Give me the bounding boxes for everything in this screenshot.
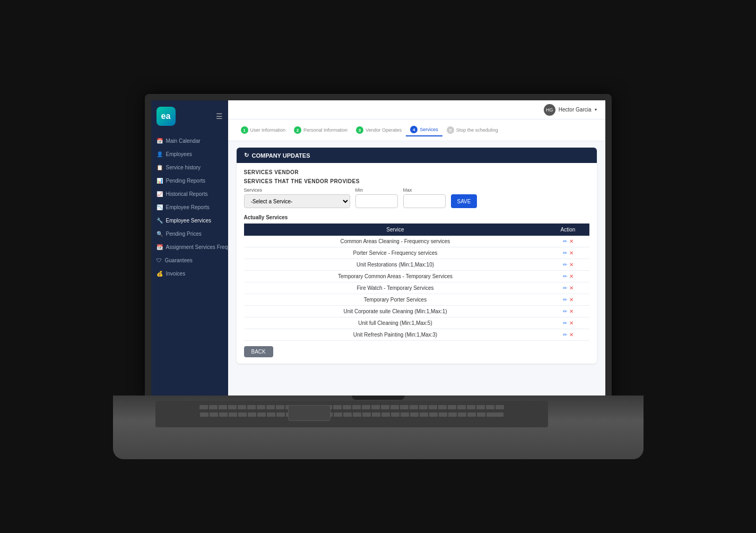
table-row: Unit Refresh Painting (Min:1,Max:3) ✏ ✕ bbox=[244, 329, 589, 341]
action-cell-6: ✏ ✕ bbox=[547, 306, 589, 317]
action-cell-2: ✏ ✕ bbox=[547, 259, 589, 271]
services-table: Service Action Common Areas Cleaning - F… bbox=[244, 223, 589, 341]
edit-icon-1[interactable]: ✏ bbox=[563, 250, 567, 256]
step-num-4: 4 bbox=[410, 126, 418, 133]
card-header: ↻ COMPANY UPDATES bbox=[237, 148, 597, 163]
user-menu[interactable]: HG Hector Garcia ▾ bbox=[544, 104, 597, 116]
nav-label-main-calendar: Main Calendar bbox=[166, 138, 201, 144]
sidebar-item-pending-reports[interactable]: 📊 Pending Reports bbox=[151, 174, 228, 187]
sidebar-item-historical-reports[interactable]: 📈 Historical Reports bbox=[151, 187, 228, 201]
action-cell-0: ✏ ✕ bbox=[547, 236, 589, 247]
action-cell-1: ✏ ✕ bbox=[547, 247, 589, 259]
delete-icon-6[interactable]: ✕ bbox=[569, 308, 573, 314]
sidebar: ea ☰ 📅 Main Calendar 👤 Employees 📋 Servi… bbox=[151, 100, 228, 396]
nav-icon-employee-reports: 📉 bbox=[157, 204, 163, 210]
nav-icon-pending-reports: 📊 bbox=[157, 178, 163, 184]
sidebar-item-pending-prices[interactable]: 🔍 Pending Prices bbox=[151, 227, 228, 240]
nav-label-employee-reports: Employee Reports bbox=[166, 204, 210, 210]
card-title: COMPANY UPDATES bbox=[252, 152, 310, 159]
delete-icon-7[interactable]: ✕ bbox=[569, 320, 573, 326]
edit-icon-2[interactable]: ✏ bbox=[563, 262, 567, 268]
edit-icon-0[interactable]: ✏ bbox=[563, 238, 567, 244]
edit-icon-7[interactable]: ✏ bbox=[563, 320, 567, 326]
min-input[interactable] bbox=[355, 194, 398, 208]
col-action: Action bbox=[547, 223, 589, 236]
wizard-step-1[interactable]: 1 User Information bbox=[237, 124, 290, 136]
company-updates-card: ↻ COMPANY UPDATES SERVICES VENDOR SERVIC… bbox=[237, 148, 597, 364]
avatar: HG bbox=[544, 104, 555, 116]
services-group: Services -Select a Service- bbox=[244, 187, 350, 208]
step-num-5: 5 bbox=[447, 126, 454, 134]
nav-label-service-history: Service history bbox=[166, 165, 201, 170]
table-row: Unit Corporate suite Cleaning (Min:1,Max… bbox=[244, 306, 589, 317]
sidebar-item-service-history[interactable]: 📋 Service history bbox=[151, 161, 228, 174]
actually-title: Actually Services bbox=[244, 214, 589, 220]
nav-label-invoices: Invoices bbox=[166, 271, 186, 277]
nav-icon-guarantees: 🛡 bbox=[157, 257, 162, 263]
nav-label-employees: Employees bbox=[166, 151, 192, 157]
services-select[interactable]: -Select a Service- bbox=[244, 194, 350, 208]
wizard-step-4[interactable]: 4 Services bbox=[406, 124, 442, 136]
action-cell-4: ✏ ✕ bbox=[547, 282, 589, 294]
step-num-2: 2 bbox=[294, 126, 301, 134]
sidebar-item-employee-reports[interactable]: 📉 Employee Reports bbox=[151, 201, 228, 214]
nav-label-pending-prices: Pending Prices bbox=[166, 231, 202, 237]
sidebar-item-guarantees[interactable]: 🛡 Guarantees bbox=[151, 254, 228, 267]
action-cell-5: ✏ ✕ bbox=[547, 294, 589, 306]
table-row: Porter Service - Frequency services ✏ ✕ bbox=[244, 247, 589, 259]
max-label: Max bbox=[403, 187, 446, 193]
wizard-steps: 1 User Information 2 Personal Informatio… bbox=[228, 119, 605, 141]
delete-icon-5[interactable]: ✕ bbox=[569, 297, 573, 303]
services-form-row: Services -Select a Service- Min bbox=[244, 187, 589, 208]
edit-icon-6[interactable]: ✏ bbox=[563, 308, 567, 314]
save-button[interactable]: SAVE bbox=[451, 194, 477, 208]
service-name-4: Fire Watch - Temporary Services bbox=[244, 282, 547, 294]
app-logo: ea bbox=[157, 107, 176, 126]
nav-label-employee-services: Employee Services bbox=[166, 218, 212, 223]
min-group: Min bbox=[355, 187, 398, 208]
nav-label-pending-reports: Pending Reports bbox=[166, 178, 206, 184]
step-label-1: User Information bbox=[250, 127, 286, 133]
edit-icon-4[interactable]: ✏ bbox=[563, 285, 567, 291]
max-group: Max bbox=[403, 187, 446, 208]
menu-icon[interactable]: ☰ bbox=[216, 112, 223, 121]
edit-icon-3[interactable]: ✏ bbox=[563, 273, 567, 279]
table-row: Common Areas Cleaning - Frequency servic… bbox=[244, 236, 589, 247]
edit-icon-8[interactable]: ✏ bbox=[563, 332, 567, 338]
service-name-6: Unit Corporate suite Cleaning (Min:1,Max… bbox=[244, 306, 547, 317]
delete-icon-0[interactable]: ✕ bbox=[569, 238, 573, 244]
table-row: Temporary Porter Services ✏ ✕ bbox=[244, 294, 589, 306]
service-name-2: Unit Restorations (Min:1,Max:10) bbox=[244, 259, 547, 271]
service-name-8: Unit Refresh Painting (Min:1,Max:3) bbox=[244, 329, 547, 341]
sidebar-header: ea ☰ bbox=[151, 100, 228, 132]
service-name-0: Common Areas Cleaning - Frequency servic… bbox=[244, 236, 547, 247]
edit-icon-5[interactable]: ✏ bbox=[563, 297, 567, 303]
service-name-5: Temporary Porter Services bbox=[244, 294, 547, 306]
wizard-step-2[interactable]: 2 Personal Information bbox=[290, 124, 352, 136]
card-body: SERVICES VENDOR SERVICES THAT THE VENDOR… bbox=[237, 163, 597, 364]
sidebar-item-main-calendar[interactable]: 📅 Main Calendar bbox=[151, 134, 228, 148]
max-input[interactable] bbox=[403, 194, 446, 208]
step-num-3: 3 bbox=[356, 126, 363, 134]
table-row: Fire Watch - Temporary Services ✏ ✕ bbox=[244, 282, 589, 294]
delete-icon-3[interactable]: ✕ bbox=[569, 273, 573, 279]
section2-title: SERVICES THAT THE VENDOR PROVIDES bbox=[244, 178, 589, 184]
delete-icon-1[interactable]: ✕ bbox=[569, 250, 573, 256]
user-name: Hector Garcia bbox=[559, 107, 592, 113]
wizard-step-5[interactable]: 5 Stop the scheduling bbox=[442, 124, 502, 136]
nav-label-historical-reports: Historical Reports bbox=[166, 191, 208, 197]
sidebar-item-assignment-services[interactable]: 📆 Assignment Services Frequency bbox=[151, 240, 228, 254]
delete-icon-4[interactable]: ✕ bbox=[569, 285, 573, 291]
nav-icon-employee-services: 🔧 bbox=[157, 218, 163, 223]
delete-icon-2[interactable]: ✕ bbox=[569, 262, 573, 268]
topbar: HG Hector Garcia ▾ bbox=[228, 100, 605, 119]
refresh-icon: ↻ bbox=[244, 152, 249, 159]
back-button[interactable]: BACK bbox=[244, 346, 273, 357]
wizard-step-3[interactable]: 3 Vendor Operates bbox=[352, 124, 406, 136]
sidebar-item-invoices[interactable]: 💰 Invoices bbox=[151, 267, 228, 280]
delete-icon-8[interactable]: ✕ bbox=[569, 332, 573, 338]
nav-icon-employees: 👤 bbox=[157, 151, 163, 157]
nav-label-guarantees: Guarantees bbox=[165, 257, 193, 263]
sidebar-item-employee-services[interactable]: 🔧 Employee Services bbox=[151, 214, 228, 227]
sidebar-item-employees[interactable]: 👤 Employees bbox=[151, 148, 228, 161]
